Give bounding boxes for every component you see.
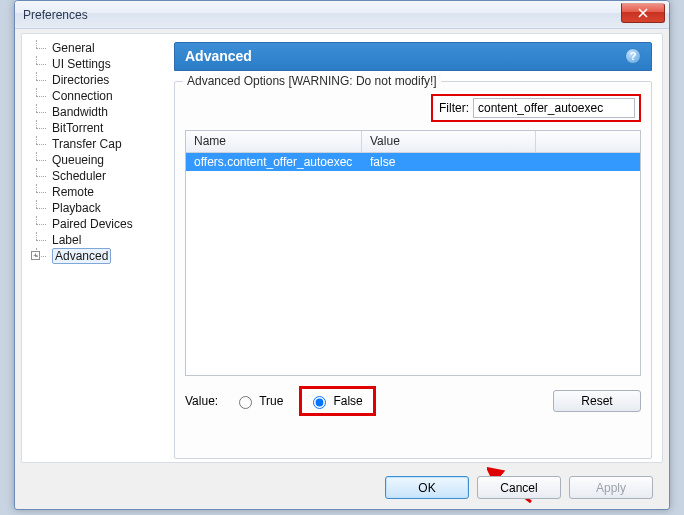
- preferences-window: Preferences General UI Settings Director…: [14, 0, 670, 510]
- filter-row: Filter:: [185, 94, 641, 122]
- row-value: false: [362, 155, 536, 169]
- tree-item-directories[interactable]: Directories: [26, 72, 164, 88]
- body-area: General UI Settings Directories Connecti…: [21, 33, 663, 463]
- tree-item-ui-settings[interactable]: UI Settings: [26, 56, 164, 72]
- filter-label: Filter:: [439, 101, 469, 115]
- value-row: Value: True False Reset: [185, 386, 641, 416]
- content-pane: Advanced ? Advanced Options [WARNING: Do…: [168, 34, 662, 462]
- apply-button[interactable]: Apply: [569, 476, 653, 499]
- tree-item-connection[interactable]: Connection: [26, 88, 164, 104]
- radio-true[interactable]: True: [234, 393, 283, 409]
- reset-button[interactable]: Reset: [553, 390, 641, 412]
- tree-item-scheduler[interactable]: Scheduler: [26, 168, 164, 184]
- expand-icon[interactable]: +: [31, 251, 40, 260]
- radio-true-label: True: [259, 394, 283, 408]
- group-legend: Advanced Options [WARNING: Do not modify…: [183, 74, 441, 88]
- table-row[interactable]: offers.content_offer_autoexec false: [186, 153, 640, 171]
- tree-item-queueing[interactable]: Queueing: [26, 152, 164, 168]
- radio-false-label: False: [333, 394, 362, 408]
- tree-item-transfer-cap[interactable]: Transfer Cap: [26, 136, 164, 152]
- tree-item-advanced[interactable]: +Advanced: [26, 248, 164, 264]
- filter-input[interactable]: [473, 98, 635, 118]
- options-table[interactable]: Name Value offers.content_offer_autoexec…: [185, 130, 641, 376]
- tree-item-remote[interactable]: Remote: [26, 184, 164, 200]
- radio-false-input[interactable]: [313, 396, 326, 409]
- row-name: offers.content_offer_autoexec: [186, 155, 362, 169]
- ok-button[interactable]: OK: [385, 476, 469, 499]
- dialog-buttons: OK Cancel Apply: [385, 476, 653, 499]
- table-header: Name Value: [186, 131, 640, 153]
- advanced-options-group: Advanced Options [WARNING: Do not modify…: [174, 81, 652, 459]
- tree-item-paired-devices[interactable]: Paired Devices: [26, 216, 164, 232]
- column-spare: [536, 131, 640, 152]
- tree-item-bandwidth[interactable]: Bandwidth: [26, 104, 164, 120]
- section-header: Advanced ?: [174, 42, 652, 71]
- column-name[interactable]: Name: [186, 131, 362, 152]
- close-button[interactable]: [621, 3, 665, 23]
- titlebar[interactable]: Preferences: [15, 1, 669, 29]
- close-icon: [638, 8, 648, 18]
- help-icon[interactable]: ?: [625, 48, 641, 64]
- tree-item-bittorrent[interactable]: BitTorrent: [26, 120, 164, 136]
- radio-true-input[interactable]: [239, 396, 252, 409]
- radio-false[interactable]: False: [299, 386, 375, 416]
- value-label: Value:: [185, 394, 218, 408]
- cancel-button[interactable]: Cancel: [477, 476, 561, 499]
- tree-item-playback[interactable]: Playback: [26, 200, 164, 216]
- window-title: Preferences: [23, 8, 88, 22]
- column-value[interactable]: Value: [362, 131, 536, 152]
- tree-item-general[interactable]: General: [26, 40, 164, 56]
- category-tree[interactable]: General UI Settings Directories Connecti…: [22, 34, 168, 462]
- filter-highlight: Filter:: [431, 94, 641, 122]
- tree-item-label[interactable]: Label: [26, 232, 164, 248]
- section-title: Advanced: [185, 48, 252, 64]
